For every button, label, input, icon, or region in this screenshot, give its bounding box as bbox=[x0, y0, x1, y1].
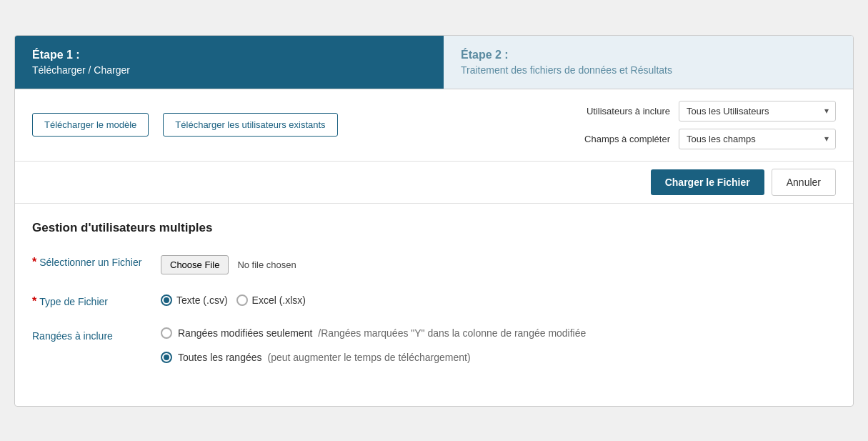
radio-modified-circle bbox=[161, 327, 172, 339]
radio-all-circle bbox=[161, 352, 172, 363]
type-required-star: * bbox=[32, 296, 36, 307]
radio-csv[interactable]: Texte (.csv) bbox=[161, 294, 228, 306]
filter-fields-row: Champs à compléter Tous les champs Champ… bbox=[556, 129, 836, 149]
filter-fields-label: Champs à compléter bbox=[556, 134, 670, 144]
step-1-desc: Télécharger / Charger bbox=[32, 64, 426, 76]
load-file-button[interactable]: Charger le Fichier bbox=[651, 169, 764, 195]
filter-users-select-wrapper: Tous les Utilisateurs Utilisateurs actif… bbox=[679, 101, 836, 122]
radio-xlsx[interactable]: Excel (.xlsx) bbox=[236, 294, 306, 306]
rows-options: Rangées modifiées seulement /Rangées mar… bbox=[161, 327, 836, 363]
download-template-button[interactable]: Télécharger le modèle bbox=[32, 113, 149, 137]
rows-all-text-main: Toutes les rangées bbox=[178, 352, 262, 363]
step-2-desc: Traitement des fichiers de données et Ré… bbox=[461, 64, 836, 76]
file-label-text: Sélectionner un Fichier bbox=[39, 257, 141, 268]
step-2-label: Étape 2 : bbox=[461, 49, 836, 61]
rows-modified-text-sub: /Rangées marquées "Y" dans la colonne de… bbox=[318, 327, 586, 339]
file-row: * Sélectionner un Fichier Choose File No… bbox=[32, 255, 836, 274]
download-bar: Télécharger le modèle Télécharger les ut… bbox=[15, 89, 853, 162]
step-1-label: Étape 1 : bbox=[32, 49, 426, 61]
filters-panel: Utilisateurs à inclure Tous les Utilisat… bbox=[556, 101, 836, 149]
action-bar: Charger le Fichier Annuler bbox=[15, 162, 853, 204]
rows-all-option[interactable]: Toutes les rangées (peut augmenter le te… bbox=[161, 352, 586, 363]
main-container: Étape 1 : Télécharger / Charger Étape 2 … bbox=[14, 35, 854, 407]
cancel-button[interactable]: Annuler bbox=[772, 169, 836, 196]
filter-users-label: Utilisateurs à inclure bbox=[556, 106, 670, 117]
radio-csv-circle bbox=[161, 294, 172, 306]
filter-fields-select[interactable]: Tous les champs Champs obligatoires Cham… bbox=[679, 129, 836, 149]
filter-fields-select-wrapper: Tous les champs Champs obligatoires Cham… bbox=[679, 129, 836, 149]
file-type-label-text: Type de Fichier bbox=[39, 296, 108, 307]
file-label: * Sélectionner un Fichier bbox=[32, 255, 161, 268]
rows-all-text-sub: (peut augmenter le temps de téléchargeme… bbox=[268, 352, 471, 363]
step-1: Étape 1 : Télécharger / Charger bbox=[15, 36, 444, 89]
download-existing-button[interactable]: Télécharger les utilisateurs existants bbox=[163, 113, 337, 137]
rangees-options: Rangées modifiées seulement /Rangées mar… bbox=[161, 327, 586, 363]
filter-users-select[interactable]: Tous les Utilisateurs Utilisateurs actif… bbox=[679, 101, 836, 122]
step-2: Étape 2 : Traitement des fichiers de don… bbox=[444, 36, 853, 89]
file-type-options: Texte (.csv) Excel (.xlsx) bbox=[161, 294, 836, 306]
file-input-area: Choose File No file chosen bbox=[161, 255, 836, 274]
rows-modified-text-main: Rangées modifiées seulement bbox=[178, 327, 312, 339]
rows-row: Rangées à inclure Rangées modifiées seul… bbox=[32, 327, 836, 363]
steps-header: Étape 1 : Télécharger / Charger Étape 2 … bbox=[15, 36, 853, 89]
section-title: Gestion d'utilisateurs multiples bbox=[32, 221, 836, 235]
radio-xlsx-circle bbox=[236, 294, 248, 306]
choose-file-button[interactable]: Choose File bbox=[161, 255, 229, 274]
no-file-text: No file chosen bbox=[237, 259, 296, 270]
radio-xlsx-label: Excel (.xlsx) bbox=[252, 294, 306, 306]
rows-modified-option[interactable]: Rangées modifiées seulement /Rangées mar… bbox=[161, 327, 586, 339]
main-content: Gestion d'utilisateurs multiples * Sélec… bbox=[15, 204, 853, 406]
file-required-star: * bbox=[32, 257, 36, 268]
filter-users-row: Utilisateurs à inclure Tous les Utilisat… bbox=[556, 101, 836, 122]
file-type-label: * Type de Fichier bbox=[32, 294, 161, 307]
rows-label-text: Rangées à inclure bbox=[32, 330, 113, 342]
rows-label: Rangées à inclure bbox=[32, 327, 161, 342]
radio-csv-label: Texte (.csv) bbox=[176, 294, 228, 306]
file-type-row: * Type de Fichier Texte (.csv) Excel (.x… bbox=[32, 294, 836, 307]
